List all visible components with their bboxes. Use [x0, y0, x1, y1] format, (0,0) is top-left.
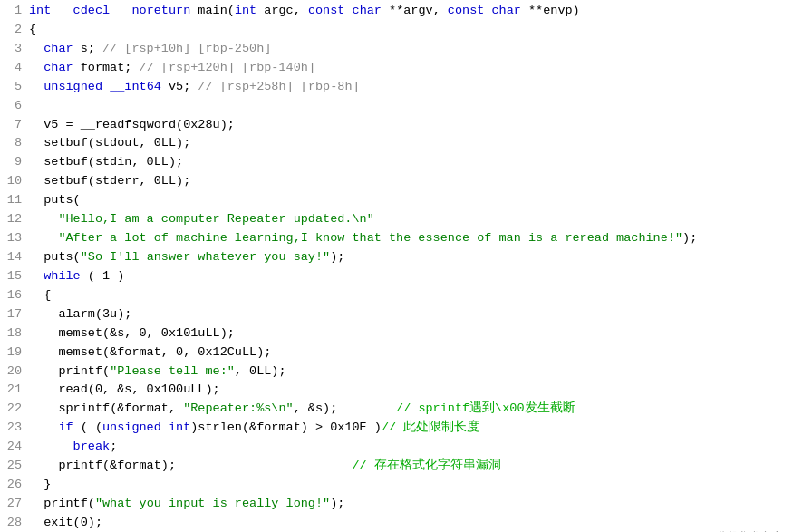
- code-token: __noreturn: [117, 4, 190, 17]
- code-token: [29, 231, 58, 245]
- code-token: "Please tell me:": [110, 364, 235, 378]
- line-number: 26: [4, 476, 29, 495]
- line-number: 18: [4, 324, 29, 343]
- code-token: const: [308, 4, 345, 17]
- code-line: 25 printf(&format); // 存在格式化字符串漏洞: [0, 457, 793, 476]
- line-number: 3: [4, 40, 29, 59]
- code-line: 10 setbuf(stderr, 0LL);: [0, 172, 793, 191]
- code-token: {: [29, 23, 36, 36]
- code-token: // 此处限制长度: [382, 421, 479, 434]
- line-content: v5 = __readfsqword(0x28u);: [29, 116, 789, 135]
- code-line: 19 memset(&format, 0, 0x12CuLL);: [0, 343, 793, 363]
- code-token: alarm: [58, 307, 95, 321]
- code-token: [29, 80, 44, 93]
- code-line: 13 "After a lot of machine learning,I kn…: [0, 229, 793, 248]
- code-token: (0, &s, 0x100uLL);: [88, 382, 220, 396]
- code-container: 1int __cdecl __noreturn main(int argc, c…: [0, 0, 793, 532]
- code-token: memset: [58, 326, 102, 340]
- code-token: memset: [58, 345, 102, 359]
- line-content: "After a lot of machine learning,I know …: [29, 229, 789, 248]
- code-token: (0x28u);: [176, 118, 235, 131]
- code-token: [29, 364, 58, 378]
- line-number: 6: [4, 97, 29, 116]
- code-token: );: [682, 231, 697, 245]
- code-token: [344, 4, 352, 17]
- code-line: 16 {: [0, 286, 793, 305]
- code-token: puts: [44, 250, 73, 264]
- line-number: 14: [4, 248, 29, 267]
- code-token: char: [44, 61, 73, 74]
- code-token: // [rsp+120h] [rbp-140h]: [140, 61, 315, 74]
- line-content: char format; // [rsp+120h] [rbp-140h]: [29, 59, 789, 78]
- code-token: __int64: [110, 80, 161, 93]
- line-content: memset(&s, 0, 0x101uLL);: [29, 324, 789, 343]
- line-content: printf("Please tell me:", 0LL);: [29, 363, 789, 382]
- line-content: puts(: [29, 191, 789, 210]
- code-line: 1int __cdecl __noreturn main(int argc, c…: [0, 2, 793, 21]
- line-number: 23: [4, 419, 29, 438]
- code-line: 20 printf("Please tell me:", 0LL);: [0, 363, 793, 382]
- code-token: printf: [58, 459, 102, 472]
- line-content: alarm(3u);: [29, 305, 789, 324]
- code-token: strlen: [198, 421, 242, 434]
- code-token: [29, 250, 44, 264]
- code-token: // [rsp+10h] [rbp-250h]: [102, 42, 271, 55]
- code-token: [29, 61, 44, 74]
- code-lines: 1int __cdecl __noreturn main(int argc, c…: [0, 2, 793, 532]
- code-token: (stderr, 0LL);: [88, 174, 190, 188]
- code-token: **envp): [521, 4, 580, 17]
- line-content: memset(&format, 0, 0x12CuLL);: [29, 343, 789, 363]
- code-line: 5 unsigned __int64 v5; // [rsp+258h] [rb…: [0, 78, 793, 97]
- code-token: __readfsqword: [81, 118, 176, 131]
- code-token: (&s, 0, 0x101uLL);: [102, 326, 235, 340]
- code-token: [102, 80, 110, 93]
- line-number: 4: [4, 59, 29, 78]
- line-content: int __cdecl __noreturn main(int argc, co…: [29, 2, 789, 21]
- code-token: setbuf: [44, 155, 88, 169]
- code-token: [29, 269, 44, 283]
- code-token: (stdin, 0LL);: [88, 155, 183, 169]
- code-token: [29, 42, 44, 55]
- line-content: if ( (unsigned int)strlen(&format) > 0x1…: [29, 419, 789, 438]
- code-token: , 0LL);: [235, 364, 286, 378]
- code-line: 15 while ( 1 ): [0, 267, 793, 286]
- line-content: }: [29, 476, 789, 495]
- line-content: puts("So I'll answer whatever you say!")…: [29, 248, 789, 267]
- code-token: }: [29, 478, 51, 491]
- line-content: {: [29, 286, 789, 305]
- code-token: ( (: [73, 421, 102, 434]
- line-number: 27: [4, 495, 29, 514]
- code-token: // [rsp+258h] [rbp-8h]: [198, 80, 359, 93]
- line-number: 9: [4, 153, 29, 172]
- code-line: 17 alarm(3u);: [0, 305, 793, 324]
- code-token: [29, 307, 58, 321]
- line-content: read(0, &s, 0x100uLL);: [29, 381, 789, 400]
- code-token: (0);: [73, 516, 102, 529]
- code-token: ;: [110, 440, 117, 453]
- code-token: main(: [190, 4, 235, 17]
- code-token: puts: [44, 193, 73, 207]
- code-token: "After a lot of machine learning,I know …: [58, 231, 682, 245]
- code-token: v5 =: [29, 118, 81, 131]
- code-line: 4 char format; // [rsp+120h] [rbp-140h]: [0, 59, 793, 78]
- code-line: 7 v5 = __readfsqword(0x28u);: [0, 116, 793, 135]
- code-token: char: [353, 4, 382, 17]
- code-line: 11 puts(: [0, 191, 793, 210]
- code-token: (: [88, 497, 95, 510]
- line-number: 10: [4, 172, 29, 191]
- code-token: printf: [44, 497, 88, 510]
- code-token: [29, 193, 44, 207]
- code-token: int: [235, 4, 256, 17]
- code-token: // sprintf遇到\x00发生截断: [396, 401, 575, 415]
- line-content: sprintf(&format, "Repeater:%s\n", &s); /…: [29, 400, 789, 419]
- code-token: (3u);: [95, 307, 132, 321]
- code-token: [29, 459, 58, 472]
- code-line: 8 setbuf(stdout, 0LL);: [0, 134, 793, 153]
- code-token: format;: [73, 61, 140, 74]
- code-token: setbuf: [44, 174, 88, 188]
- line-number: 21: [4, 381, 29, 400]
- code-token: [29, 401, 58, 415]
- line-content: char s; // [rsp+10h] [rbp-250h]: [29, 40, 789, 59]
- code-token: if: [58, 421, 73, 434]
- line-number: 1: [4, 2, 29, 21]
